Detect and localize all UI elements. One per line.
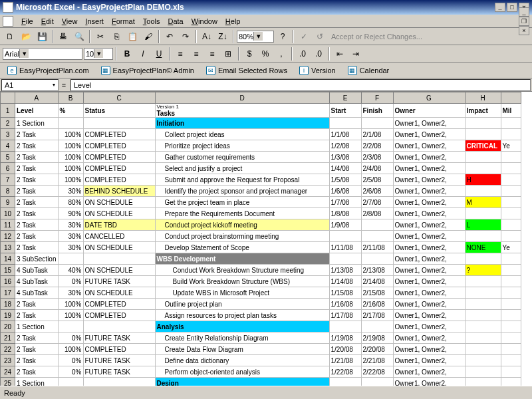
preview-button[interactable]: 🔍 xyxy=(72,29,86,44)
cell[interactable]: 1/1/08 xyxy=(329,129,361,140)
cell[interactable] xyxy=(501,299,521,310)
cell[interactable]: 2 Task xyxy=(15,163,59,174)
cell[interactable]: 2 Task xyxy=(15,197,59,208)
row-header-14[interactable]: 14 xyxy=(1,253,15,265)
cell[interactable] xyxy=(501,378,521,386)
merge-button[interactable]: ⊞ xyxy=(221,47,235,61)
cell[interactable] xyxy=(465,355,501,366)
cell[interactable]: Owner1, Owner2, xyxy=(393,321,465,332)
cell[interactable] xyxy=(329,253,361,265)
cell[interactable]: Create Data Flow Diagram xyxy=(155,344,329,355)
cell[interactable] xyxy=(501,163,521,174)
cell[interactable]: 100% xyxy=(58,163,83,174)
italic-button[interactable]: I xyxy=(136,47,150,61)
cell[interactable]: CANCELLED xyxy=(83,231,155,242)
cell[interactable] xyxy=(501,129,521,140)
menu-help[interactable]: Help xyxy=(221,16,245,27)
cell[interactable]: Update WBS in Microsoft Project xyxy=(155,287,329,299)
col-header-C[interactable]: C xyxy=(83,92,155,104)
cell[interactable] xyxy=(329,118,361,129)
decrease-decimal-button[interactable]: .0 xyxy=(311,47,326,61)
cell[interactable]: Owner1, Owner2, xyxy=(393,355,465,366)
zoom-combo[interactable]: 80%▾ xyxy=(237,31,274,43)
increase-indent-button[interactable]: ⇥ xyxy=(348,47,363,61)
cell[interactable]: Owner1, Owner2, xyxy=(393,186,465,197)
cell[interactable]: 2 Task xyxy=(15,186,59,197)
cell[interactable] xyxy=(465,231,501,242)
cell[interactable]: 30% xyxy=(58,242,83,253)
spreadsheet-grid[interactable]: ABCDEFGH1Level%StatusVersion 1TasksStart… xyxy=(0,92,532,386)
cell[interactable]: 2/21/08 xyxy=(361,355,393,366)
cell[interactable]: 1/15/08 xyxy=(329,287,361,299)
cell[interactable] xyxy=(329,231,361,242)
cell[interactable] xyxy=(465,152,501,163)
cell[interactable]: 100% xyxy=(58,344,83,355)
reject-button[interactable]: ↺ xyxy=(313,29,327,44)
sort-asc-button[interactable]: A↓ xyxy=(200,29,214,44)
col-header-H[interactable]: H xyxy=(465,92,501,104)
cell[interactable]: Perform object-oriented analysis xyxy=(155,366,329,378)
doc-minimize-button[interactable]: _ xyxy=(519,7,529,17)
cell[interactable] xyxy=(501,321,521,332)
cell[interactable] xyxy=(465,332,501,344)
cell[interactable]: Define data dictionary xyxy=(155,355,329,366)
cell[interactable]: 2/16/08 xyxy=(361,299,393,310)
cell[interactable] xyxy=(501,231,521,242)
cell[interactable] xyxy=(465,366,501,378)
cell[interactable] xyxy=(501,152,521,163)
cell[interactable]: 2/20/08 xyxy=(361,344,393,355)
row-header-15[interactable]: 15 xyxy=(1,265,15,276)
cell[interactable] xyxy=(501,332,521,344)
cell[interactable]: Owner xyxy=(393,104,465,118)
cell[interactable]: Owner1, Owner2, xyxy=(393,219,465,231)
cell[interactable] xyxy=(83,118,155,129)
doc-restore-button[interactable]: ❐ xyxy=(519,17,529,26)
open-button[interactable]: 📂 xyxy=(19,29,33,44)
cell[interactable]: Submit and approve the Request for Propo… xyxy=(155,174,329,186)
cell[interactable]: 100% xyxy=(58,299,83,310)
cell[interactable]: COMPLETED xyxy=(83,152,155,163)
row-header-23[interactable]: 23 xyxy=(1,355,15,366)
track-changes-button[interactable]: ✓ xyxy=(297,29,311,44)
cell[interactable] xyxy=(83,378,155,386)
redo-button[interactable]: ↷ xyxy=(178,29,193,44)
cell[interactable]: Prepare the Requirements Document xyxy=(155,208,329,219)
cell[interactable]: COMPLETED xyxy=(83,310,155,321)
cell[interactable]: Owner1, Owner2, xyxy=(393,152,465,163)
cell[interactable] xyxy=(58,253,83,265)
cell[interactable]: Mil xyxy=(501,104,521,118)
cell[interactable]: Owner1, Owner2, xyxy=(393,332,465,344)
cell[interactable]: 1 Section xyxy=(15,118,59,129)
row-header-7[interactable]: 7 xyxy=(1,174,15,186)
cell[interactable]: Owner1, Owner2, xyxy=(393,378,465,386)
cell[interactable]: 30% xyxy=(58,219,83,231)
row-header-25[interactable]: 25 xyxy=(1,378,15,386)
cell[interactable]: Owner1, Owner2, xyxy=(393,163,465,174)
row-header-22[interactable]: 22 xyxy=(1,344,15,355)
cell[interactable]: 2 Task xyxy=(15,219,59,231)
col-header-D[interactable]: D xyxy=(155,92,329,104)
row-header-1[interactable]: 1 xyxy=(1,104,15,118)
cell[interactable] xyxy=(501,174,521,186)
minimize-button[interactable]: _ xyxy=(495,3,505,12)
cell[interactable] xyxy=(465,378,501,386)
cell[interactable]: Finish xyxy=(361,104,393,118)
cell[interactable]: Owner1, Owner2, xyxy=(393,344,465,355)
cell[interactable]: 2 Task xyxy=(15,242,59,253)
cell[interactable]: Initiation xyxy=(155,118,329,129)
cell[interactable]: 2 Task xyxy=(15,332,59,344)
cell[interactable]: Assign resources to project plan tasks xyxy=(155,310,329,321)
cell[interactable] xyxy=(501,287,521,299)
cell[interactable]: 2 Task xyxy=(15,208,59,219)
cell[interactable]: NONE xyxy=(465,242,501,253)
cell[interactable]: CRITICAL xyxy=(465,140,501,152)
cell[interactable] xyxy=(58,378,83,386)
cell[interactable]: Status xyxy=(83,104,155,118)
cell[interactable]: Outline project plan xyxy=(155,299,329,310)
cell[interactable]: 1/13/08 xyxy=(329,265,361,276)
cell[interactable]: 1 Section xyxy=(15,321,59,332)
cell[interactable]: 1/7/08 xyxy=(329,197,361,208)
row-header-8[interactable]: 8 xyxy=(1,186,15,197)
cell[interactable]: ON SCHEDULE xyxy=(83,242,155,253)
cell[interactable]: 2 Task xyxy=(15,231,59,242)
